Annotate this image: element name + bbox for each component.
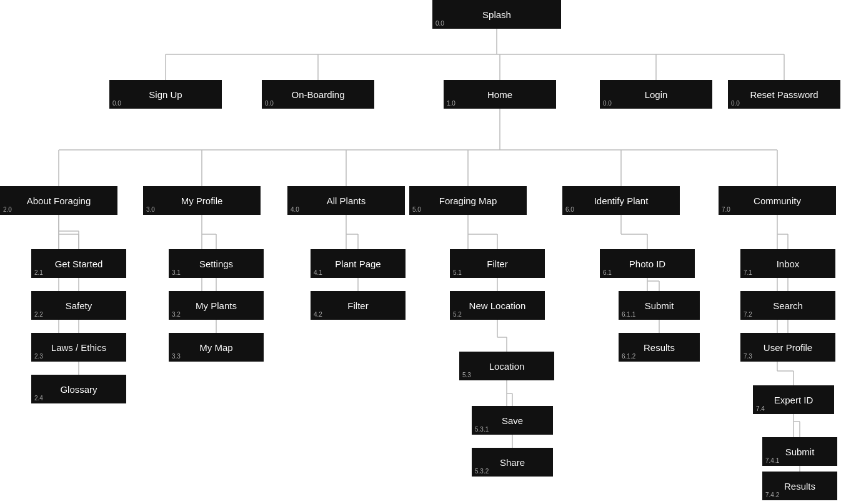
node-signup-id: 0.0 (112, 100, 121, 107)
node-results612-id: 6.1.2 (622, 353, 635, 360)
connector-lines (0, 0, 846, 504)
node-filter42[interactable]: Filter 4.2 (311, 291, 406, 320)
node-foragingmap-label: Foraging Map (419, 195, 517, 206)
node-lawsethics-id: 2.3 (34, 353, 43, 360)
node-filter51-label: Filter (460, 259, 535, 269)
node-resetpw[interactable]: Reset Password 0.0 (728, 80, 840, 109)
node-myprofile-label: My Profile (153, 195, 251, 206)
node-plantpage-label: Plant Page (321, 259, 396, 269)
node-photoid-label: Photo ID (610, 259, 685, 269)
node-home-id: 1.0 (447, 100, 455, 107)
node-results742[interactable]: Results 7.4.2 (762, 472, 837, 500)
node-share-id: 5.3.2 (475, 468, 489, 475)
node-glossary-id: 2.4 (34, 395, 43, 402)
node-safety[interactable]: Safety 2.2 (31, 291, 126, 320)
node-location-id: 5.3 (462, 372, 471, 378)
node-filter51[interactable]: Filter 5.1 (450, 249, 545, 278)
node-share-label: Share (482, 457, 543, 468)
node-search72[interactable]: Search 7.2 (740, 291, 835, 320)
node-location-label: Location (469, 361, 544, 372)
node-aboutforaging-label: About Foraging (10, 195, 107, 206)
node-getstarted-id: 2.1 (34, 269, 43, 276)
node-login-label: Login (610, 89, 702, 100)
node-mymap[interactable]: My Map 3.3 (169, 333, 264, 362)
node-expertid-label: Expert ID (763, 395, 824, 405)
node-results612[interactable]: Results 6.1.2 (619, 333, 700, 362)
node-settings[interactable]: Settings 3.1 (169, 249, 264, 278)
node-glossary[interactable]: Glossary 2.4 (31, 375, 126, 403)
node-plantpage[interactable]: Plant Page 4.1 (311, 249, 406, 278)
node-onboarding-id: 0.0 (265, 100, 274, 107)
node-home-label: Home (454, 89, 546, 100)
node-lawsethics-label: Laws / Ethics (41, 342, 116, 353)
node-myplants[interactable]: My Plants 3.2 (169, 291, 264, 320)
node-submit611[interactable]: Submit 6.1.1 (619, 291, 700, 320)
node-submit741-label: Submit (772, 447, 827, 457)
node-login[interactable]: Login 0.0 (600, 80, 712, 109)
node-inbox-id: 7.1 (744, 269, 752, 276)
node-search72-label: Search (750, 300, 825, 311)
node-save[interactable]: Save 5.3.1 (472, 406, 553, 435)
node-foragingmap[interactable]: Foraging Map 5.0 (409, 186, 527, 215)
node-newlocation-label: New Location (460, 300, 535, 311)
node-expertid-id: 7.4 (756, 405, 765, 412)
node-getstarted-label: Get Started (41, 259, 116, 269)
node-lawsethics[interactable]: Laws / Ethics 2.3 (31, 333, 126, 362)
node-expertid[interactable]: Expert ID 7.4 (753, 385, 834, 414)
node-allplants[interactable]: All Plants 4.0 (287, 186, 405, 215)
node-aboutforaging-id: 2.0 (3, 206, 12, 213)
node-allplants-id: 4.0 (291, 206, 299, 213)
node-community[interactable]: Community 7.0 (719, 186, 836, 215)
node-settings-id: 3.1 (172, 269, 181, 276)
node-search72-id: 7.2 (744, 311, 752, 318)
node-location[interactable]: Location 5.3 (459, 352, 554, 380)
node-myprofile[interactable]: My Profile 3.0 (143, 186, 261, 215)
node-community-id: 7.0 (722, 206, 730, 213)
node-submit741-id: 7.4.1 (765, 457, 779, 464)
node-resetpw-id: 0.0 (731, 100, 740, 107)
node-inbox-label: Inbox (750, 259, 825, 269)
node-signup[interactable]: Sign Up 0.0 (109, 80, 222, 109)
node-settings-label: Settings (179, 259, 254, 269)
node-save-id: 5.3.1 (475, 426, 489, 433)
node-splash-label: Splash (442, 9, 551, 20)
node-photoid-id: 6.1 (603, 269, 612, 276)
node-foragingmap-id: 5.0 (412, 206, 421, 213)
node-filter42-id: 4.2 (314, 311, 322, 318)
node-newlocation-id: 5.2 (453, 311, 462, 318)
node-safety-id: 2.2 (34, 311, 43, 318)
node-save-label: Save (482, 415, 543, 426)
node-onboarding-label: On-Boarding (272, 89, 364, 100)
node-home[interactable]: Home 1.0 (444, 80, 556, 109)
node-mymap-label: My Map (179, 342, 254, 353)
node-allplants-label: All Plants (297, 195, 395, 206)
node-aboutforaging[interactable]: About Foraging 2.0 (0, 186, 117, 215)
node-splash[interactable]: Splash 0.0 (432, 0, 561, 29)
node-submit741[interactable]: Submit 7.4.1 (762, 437, 837, 466)
node-userprofile[interactable]: User Profile 7.3 (740, 333, 835, 362)
node-filter51-id: 5.1 (453, 269, 462, 276)
node-results742-id: 7.4.2 (765, 492, 779, 498)
node-results612-label: Results (629, 342, 690, 353)
node-getstarted[interactable]: Get Started 2.1 (31, 249, 126, 278)
node-userprofile-id: 7.3 (744, 353, 752, 360)
node-identifyplant-id: 6.0 (565, 206, 574, 213)
node-submit611-label: Submit (629, 300, 690, 311)
node-plantpage-id: 4.1 (314, 269, 322, 276)
node-newlocation[interactable]: New Location 5.2 (450, 291, 545, 320)
tree-container: Splash 0.0 Sign Up 0.0 On-Boarding 0.0 H… (0, 0, 846, 504)
node-splash-id: 0.0 (435, 20, 444, 27)
node-onboarding[interactable]: On-Boarding 0.0 (262, 80, 374, 109)
node-photoid[interactable]: Photo ID 6.1 (600, 249, 695, 278)
node-mymap-id: 3.3 (172, 353, 181, 360)
node-inbox[interactable]: Inbox 7.1 (740, 249, 835, 278)
node-results742-label: Results (772, 481, 827, 492)
node-myplants-label: My Plants (179, 300, 254, 311)
node-community-label: Community (729, 195, 826, 206)
node-identifyplant[interactable]: Identify Plant 6.0 (562, 186, 680, 215)
node-myprofile-id: 3.0 (146, 206, 155, 213)
node-submit611-id: 6.1.1 (622, 311, 635, 318)
node-safety-label: Safety (41, 300, 116, 311)
node-myplants-id: 3.2 (172, 311, 181, 318)
node-share[interactable]: Share 5.3.2 (472, 448, 553, 477)
